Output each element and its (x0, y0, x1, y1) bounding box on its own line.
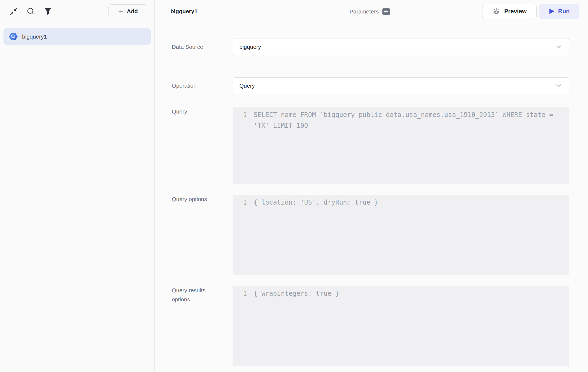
line-number: 1 (233, 197, 247, 275)
play-icon (548, 8, 555, 15)
filter-button[interactable] (43, 7, 52, 16)
main-panel: bigquery1 Parameters (155, 0, 588, 372)
query-results-options-label: Query results options (172, 286, 233, 304)
plus-icon (384, 9, 388, 13)
query-form: Data Source bigquery Operation Query (155, 23, 588, 372)
query-list: bigquery1 (0, 23, 154, 45)
operation-value: Query (239, 82, 555, 89)
query-label: Query (172, 107, 233, 116)
preview-button-label: Preview (504, 8, 527, 15)
preview-button[interactable]: Preview (482, 4, 537, 19)
main-header: bigquery1 Parameters (155, 0, 588, 23)
run-button[interactable]: Run (539, 4, 579, 19)
line-number: 1 (233, 109, 247, 184)
parameters-label: Parameters (349, 8, 379, 15)
query-row: Query 1 SELECT name FROM `bigquery-publi… (172, 107, 569, 184)
page-title: bigquery1 (170, 8, 197, 15)
search-icon (26, 7, 35, 16)
search-button[interactable] (26, 7, 35, 16)
collapse-icon (9, 7, 18, 16)
query-results-options-row: Query results options 1 { wrapIntegers: … (172, 286, 569, 366)
query-options-label: Query options (172, 195, 233, 204)
add-button-label: Add (127, 8, 138, 15)
data-source-label: Data Source (172, 42, 233, 51)
chevron-down-icon (555, 82, 562, 89)
add-parameter-button[interactable] (382, 8, 390, 15)
query-options-editor[interactable]: 1 { location: 'US', dryRun: true } (233, 195, 569, 275)
sidebar: Add bigquery1 (0, 0, 155, 372)
bigquery-icon (9, 33, 18, 40)
data-source-select[interactable]: bigquery (233, 39, 569, 55)
line-number: 1 (233, 288, 247, 366)
add-query-button[interactable]: Add (108, 4, 147, 18)
header-actions: Preview Run (482, 4, 579, 19)
operation-row: Operation Query (172, 77, 569, 94)
parameters-group: Parameters (349, 0, 390, 23)
operation-select[interactable]: Query (233, 77, 569, 94)
query-options-row: Query options 1 { location: 'US', dryRun… (172, 195, 569, 275)
query-list-item-bigquery1[interactable]: bigquery1 (4, 28, 151, 45)
data-source-row: Data Source bigquery (172, 39, 569, 55)
query-options-placeholder: { location: 'US', dryRun: true } (254, 197, 558, 275)
sidebar-toolbar: Add (0, 0, 154, 23)
operation-label: Operation (172, 81, 233, 90)
query-code-editor[interactable]: 1 SELECT name FROM `bigquery-public-data… (233, 107, 569, 184)
plus-icon (118, 8, 124, 14)
query-results-options-placeholder: { wrapIntegers: true } (254, 288, 558, 366)
eye-icon (492, 7, 500, 16)
data-source-value: bigquery (239, 44, 555, 50)
query-results-options-editor[interactable]: 1 { wrapIntegers: true } (233, 286, 569, 366)
query-item-label: bigquery1 (22, 33, 47, 40)
filter-icon (43, 7, 52, 16)
app-root: Add bigquery1 bigquery1 (0, 0, 588, 372)
chevron-down-icon (555, 44, 562, 50)
collapse-sidebar-button[interactable] (9, 7, 18, 16)
query-placeholder: SELECT name FROM `bigquery-public-data.u… (254, 109, 558, 184)
run-button-label: Run (558, 8, 570, 15)
